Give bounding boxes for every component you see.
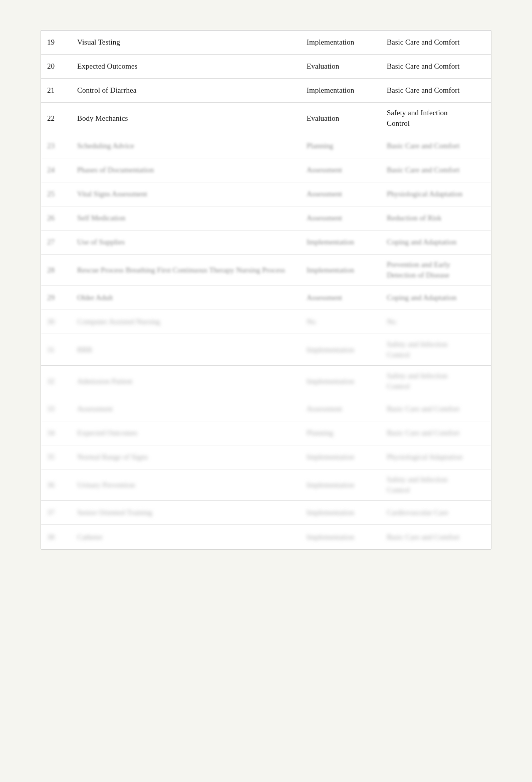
- table-row[interactable]: 29 Older Adult Assessment Coping and Ada…: [41, 286, 491, 310]
- row-number: 29: [41, 288, 71, 308]
- row-phase: Assessment: [301, 208, 381, 228]
- row-phase: Implementation: [301, 232, 381, 252]
- table-row[interactable]: 21 Control of Diarrhea Implementation Ba…: [41, 79, 491, 103]
- table-row[interactable]: 23 Scheduling Advice Planning Basic Care…: [41, 134, 491, 158]
- row-phase: Assessment: [301, 184, 381, 204]
- row-number: 30: [41, 312, 71, 332]
- row-phase: Evaluation: [301, 108, 381, 129]
- row-title: Senior Oriented Training: [71, 502, 301, 523]
- row-category: Coping and Adaptation: [381, 288, 491, 308]
- table-row[interactable]: 30 Computer Assisted Nursing No No: [41, 310, 491, 334]
- row-title: Self Medication: [71, 208, 301, 228]
- row-number: 33: [41, 399, 71, 419]
- row-title: Catheter: [71, 527, 301, 548]
- row-category: Basic Care and Comfort: [381, 136, 491, 156]
- row-category: Cardiovascular Care: [381, 502, 491, 523]
- row-category: Basic Care and Comfort: [381, 32, 491, 53]
- row-number: 25: [41, 184, 71, 204]
- row-title: Control of Diarrhea: [71, 80, 301, 101]
- row-category: Basic Care and Comfort: [381, 423, 491, 443]
- table-row[interactable]: 33 Assessment Assessment Basic Care and …: [41, 397, 491, 421]
- row-phase: Implementation: [301, 475, 381, 495]
- row-category: Basic Care and Comfort: [381, 56, 491, 77]
- row-title: Scheduling Advice: [71, 136, 301, 156]
- row-phase: No: [301, 312, 381, 332]
- row-title: Expected Outcomes: [71, 56, 301, 77]
- row-number: 20: [41, 56, 71, 77]
- row-number: 28: [41, 260, 71, 281]
- table-row[interactable]: 24 Phases of Documentation Assessment Ba…: [41, 158, 491, 182]
- row-category: No: [381, 312, 491, 332]
- row-number: 19: [41, 32, 71, 53]
- row-number: 35: [41, 447, 71, 467]
- row-category: Basic Care and Comfort: [381, 160, 491, 180]
- row-phase: Assessment: [301, 288, 381, 308]
- row-title: Older Adult: [71, 288, 301, 308]
- row-phase: Implementation: [301, 371, 381, 392]
- row-title: Normal Range of Signs: [71, 447, 301, 467]
- row-phase: Assessment: [301, 160, 381, 180]
- row-number: 23: [41, 136, 71, 156]
- table-row[interactable]: 37 Senior Oriented Training Implementati…: [41, 501, 491, 525]
- row-phase: Implementation: [301, 502, 381, 523]
- row-number: 26: [41, 208, 71, 228]
- table-row[interactable]: 31 RRR Implementation Safety and Infecti…: [41, 334, 491, 366]
- row-number: 31: [41, 340, 71, 360]
- row-category: Basic Care and Comfort: [381, 527, 491, 548]
- row-phase: Evaluation: [301, 56, 381, 77]
- row-title: Rescue Process Breathing First Continuou…: [71, 260, 301, 281]
- row-title: Vital Signs Assessment: [71, 184, 301, 204]
- row-number: 27: [41, 232, 71, 252]
- row-number: 32: [41, 371, 71, 392]
- row-category: Safety and Infection Control: [381, 366, 491, 397]
- table-row[interactable]: 34 Expected Outcomes Planning Basic Care…: [41, 421, 491, 445]
- row-title: Visual Testing: [71, 32, 301, 53]
- row-title: RRR: [71, 340, 301, 360]
- row-category: Reduction of Risk: [381, 208, 491, 228]
- table-row[interactable]: 19 Visual Testing Implementation Basic C…: [41, 31, 491, 55]
- table-row[interactable]: 25 Vital Signs Assessment Assessment Phy…: [41, 182, 491, 206]
- row-number: 21: [41, 80, 71, 101]
- row-phase: Implementation: [301, 447, 381, 467]
- row-title: Expected Outcomes: [71, 423, 301, 443]
- table-row[interactable]: 36 Urinary Prevention Implementation Saf…: [41, 469, 491, 501]
- row-phase: Implementation: [301, 527, 381, 548]
- row-phase: Implementation: [301, 340, 381, 360]
- row-title: Urinary Prevention: [71, 475, 301, 495]
- row-number: 34: [41, 423, 71, 443]
- row-title: Admission Patient: [71, 371, 301, 392]
- row-phase: Assessment: [301, 399, 381, 419]
- row-category: Safety and Infection Control: [381, 469, 491, 500]
- table-row[interactable]: 22 Body Mechanics Evaluation Safety and …: [41, 103, 491, 134]
- table-row[interactable]: 26 Self Medication Assessment Reduction …: [41, 206, 491, 230]
- row-number: 37: [41, 502, 71, 523]
- row-category: Basic Care and Comfort: [381, 399, 491, 419]
- row-number: 38: [41, 527, 71, 548]
- table-row[interactable]: 28 Rescue Process Breathing First Contin…: [41, 254, 491, 286]
- row-category: Safety and Infection Control: [381, 334, 491, 365]
- row-phase: Planning: [301, 423, 381, 443]
- row-title: Use of Supplies: [71, 232, 301, 252]
- row-category: Physiological Adaptation: [381, 447, 491, 467]
- table-row[interactable]: 27 Use of Supplies Implementation Coping…: [41, 230, 491, 254]
- row-category: Safety and Infection Control: [381, 103, 491, 134]
- row-title: Body Mechanics: [71, 108, 301, 129]
- row-category: Physiological Adaptation: [381, 184, 491, 204]
- table-row[interactable]: 38 Catheter Implementation Basic Care an…: [41, 525, 491, 549]
- table-row[interactable]: 20 Expected Outcomes Evaluation Basic Ca…: [41, 55, 491, 79]
- row-number: 36: [41, 475, 71, 495]
- row-phase: Planning: [301, 136, 381, 156]
- row-title: Phases of Documentation: [71, 160, 301, 180]
- row-phase: Implementation: [301, 80, 381, 101]
- row-title: Computer Assisted Nursing: [71, 312, 301, 332]
- row-phase: Implementation: [301, 260, 381, 281]
- table-row[interactable]: 32 Admission Patient Implementation Safe…: [41, 366, 491, 397]
- main-table: 19 Visual Testing Implementation Basic C…: [41, 30, 491, 550]
- table-row[interactable]: 35 Normal Range of Signs Implementation …: [41, 445, 491, 469]
- row-phase: Implementation: [301, 32, 381, 53]
- row-number: 22: [41, 108, 71, 129]
- row-category: Coping and Adaptation: [381, 232, 491, 252]
- row-category: Prevention and Early Detection of Diseas…: [381, 254, 491, 286]
- row-title: Assessment: [71, 399, 301, 419]
- row-number: 24: [41, 160, 71, 180]
